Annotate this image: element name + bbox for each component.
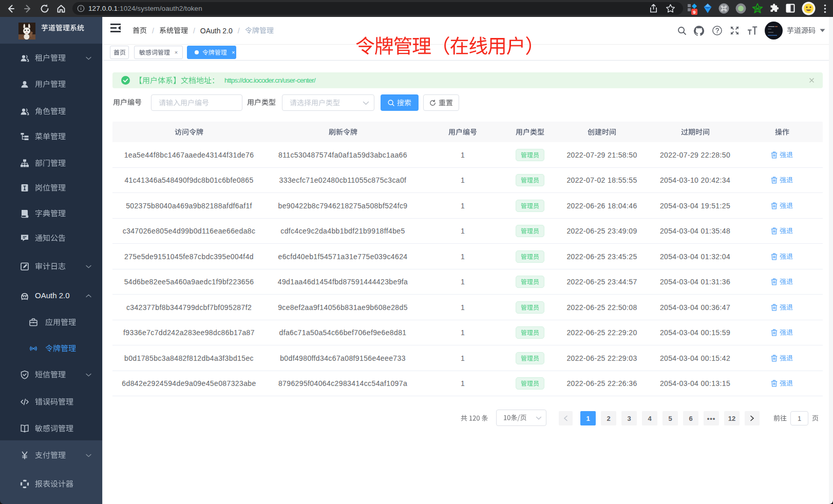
svg-text:9: 9 <box>693 9 695 15</box>
